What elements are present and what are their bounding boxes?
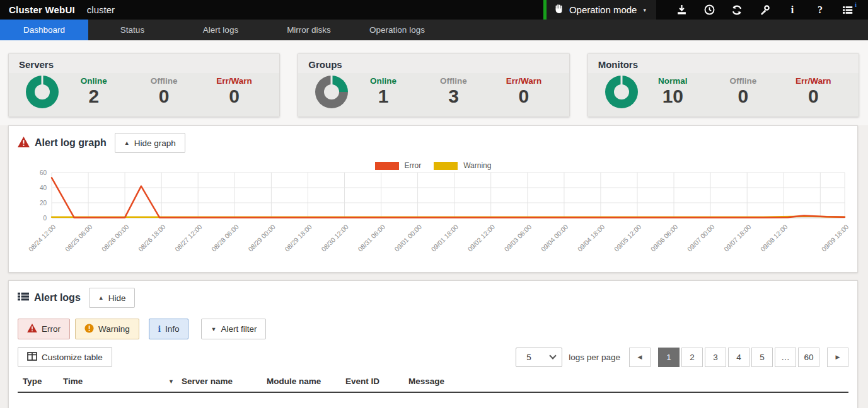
operation-mode-dropdown[interactable]: Operation mode ▾ [543, 0, 656, 20]
column-header-server-name[interactable]: Server name [182, 377, 267, 386]
status-cards-row: Servers Online 2 Offline 0 Err/Warn 0 Gr… [0, 40, 868, 125]
servers-errwarn-stat: Err/Warn 0 [199, 76, 269, 108]
groups-donut-chart [315, 76, 348, 108]
top-bar: Cluster WebUI cluster Operation mode ▾ i [0, 0, 868, 20]
help-icon[interactable]: ? [806, 0, 834, 20]
collapse-up-icon: ▲ [98, 295, 104, 301]
svg-text:20: 20 [40, 200, 47, 207]
svg-text:09/06 06:00: 09/06 06:00 [649, 223, 680, 253]
graph-panel-title: Alert log graph [35, 137, 107, 149]
svg-text:09/01 18:00: 09/01 18:00 [429, 223, 460, 253]
log-filter-row: Error Warning i Info ▼ Alert filter [18, 319, 848, 339]
alert-triangle-icon [18, 137, 30, 150]
collapse-up-icon: ▲ [124, 140, 130, 146]
error-triangle-icon [27, 324, 37, 334]
page-button-4[interactable]: 4 [728, 348, 749, 367]
svg-text:09/02 12:00: 09/02 12:00 [466, 223, 496, 253]
servers-card-title: Servers [9, 54, 279, 73]
list-icon [18, 292, 29, 304]
chart-legend: Error Warning [9, 161, 857, 170]
svg-text:09/05 12:00: 09/05 12:00 [613, 223, 643, 253]
svg-text:09/08 12:00: 09/08 12:00 [759, 223, 789, 253]
filter-warning-button[interactable]: Warning [75, 319, 139, 339]
prev-page-button[interactable]: ◀ [629, 348, 651, 367]
svg-text:09/04 18:00: 09/04 18:00 [576, 223, 606, 253]
error-swatch [375, 162, 399, 170]
chevron-down-icon: ▾ [643, 7, 646, 13]
svg-text:0: 0 [43, 215, 47, 222]
app-title: Cluster WebUI [9, 4, 75, 15]
info-icon[interactable]: i [778, 0, 806, 20]
svg-text:09/07 00:00: 09/07 00:00 [686, 223, 716, 253]
operation-mode-label: Operation mode [569, 4, 637, 15]
customize-table-button[interactable]: Customize table [18, 347, 112, 367]
monitors-normal-stat: Normal 10 [638, 76, 708, 108]
tab-mirror-disks[interactable]: Mirror disks [265, 20, 353, 40]
groups-card-title: Groups [298, 54, 569, 73]
alert-log-graph-panel: Alert log graph ▲ Hide graph Error Warni… [8, 125, 858, 273]
logs-toolbar: Customize table 5 logs per page ◀ 1 2 3 … [18, 347, 848, 367]
tab-alert-logs[interactable]: Alert logs [176, 20, 265, 40]
svg-text:08/30 12:00: 08/30 12:00 [320, 223, 350, 253]
servers-online-stat: Online 2 [59, 76, 129, 108]
servers-card: Servers Online 2 Offline 0 Err/Warn 0 [8, 53, 280, 117]
svg-text:08/29 18:00: 08/29 18:00 [283, 223, 313, 253]
groups-errwarn-stat: Err/Warn 0 [489, 76, 558, 108]
groups-online-stat: Online 1 [348, 76, 418, 108]
page-button-2[interactable]: 2 [681, 348, 703, 367]
filter-error-button[interactable]: Error [18, 319, 70, 339]
column-header-type[interactable]: Type [23, 377, 63, 386]
svg-text:08/28 06:00: 08/28 06:00 [210, 223, 240, 253]
hide-logs-button[interactable]: ▲ Hide [89, 288, 136, 308]
log-list-icon[interactable]: i [834, 0, 862, 20]
table-columns-icon [27, 352, 37, 363]
monitors-donut-chart [605, 76, 638, 108]
sort-desc-icon: ▼ [168, 378, 174, 385]
legend-item-error: Error [375, 161, 422, 170]
tab-status[interactable]: Status [88, 20, 176, 40]
column-header-module-name[interactable]: Module name [267, 377, 345, 386]
reload-icon[interactable] [723, 0, 751, 20]
page-ellipsis-button[interactable]: … [775, 348, 796, 367]
svg-text:09/01 00:00: 09/01 00:00 [393, 223, 423, 253]
license-key-icon[interactable] [751, 0, 778, 20]
hide-graph-button[interactable]: ▲ Hide graph [115, 133, 185, 153]
svg-text:08/25 06:00: 08/25 06:00 [64, 223, 94, 253]
main-tab-bar: Dashboard Status Alert logs Mirror disks… [0, 20, 868, 40]
column-header-event-id[interactable]: Event ID [345, 377, 408, 386]
servers-offline-stat: Offline 0 [129, 76, 199, 108]
tab-operation-logs[interactable]: Operation logs [353, 20, 441, 40]
download-icon[interactable] [668, 0, 695, 20]
info-i-icon: i [158, 324, 161, 334]
legend-item-warning: Warning [434, 161, 491, 170]
svg-text:08/31 06:00: 08/31 06:00 [356, 223, 386, 253]
svg-text:09/09 18:00: 09/09 18:00 [820, 223, 850, 253]
page-button-5[interactable]: 5 [751, 348, 773, 367]
alert-log-line-chart: 020406008/24 12:0008/25 06:0008/26 00:00… [15, 170, 851, 272]
logs-per-page-label: logs per page [569, 353, 620, 362]
filter-info-button[interactable]: i Info [149, 319, 189, 339]
svg-text:09/07 18:00: 09/07 18:00 [722, 223, 753, 253]
next-page-button[interactable]: ▶ [827, 348, 848, 367]
topbar-icon-group: i ? i [656, 0, 868, 20]
svg-text:08/29 00:00: 08/29 00:00 [246, 223, 277, 253]
alert-logs-panel: Alert logs ▲ Hide Error Warning i Info ▼… [8, 280, 858, 408]
page-button-3[interactable]: 3 [705, 348, 726, 367]
svg-text:09/03 06:00: 09/03 06:00 [503, 223, 533, 253]
page-button-60[interactable]: 60 [798, 348, 819, 367]
column-header-time[interactable]: Time ▼ [63, 377, 182, 386]
groups-offline-stat: Offline 3 [419, 76, 489, 108]
servers-donut-chart [26, 76, 59, 108]
page-button-1[interactable]: 1 [658, 348, 680, 367]
list-info-badge: i [855, 1, 857, 8]
column-header-message[interactable]: Message [408, 377, 848, 386]
pagination: ◀ 1 2 3 4 5 … 60 ▶ [629, 348, 848, 367]
chevron-down-icon: ▼ [211, 326, 216, 332]
warning-swatch [434, 162, 458, 170]
monitors-errwarn-stat: Err/Warn 0 [778, 76, 848, 108]
time-info-icon[interactable] [695, 0, 723, 20]
logs-per-page-select[interactable]: 5 [516, 348, 562, 367]
logs-panel-title: Alert logs [34, 292, 81, 303]
tab-dashboard[interactable]: Dashboard [0, 20, 88, 40]
alert-filter-button[interactable]: ▼ Alert filter [201, 319, 266, 339]
